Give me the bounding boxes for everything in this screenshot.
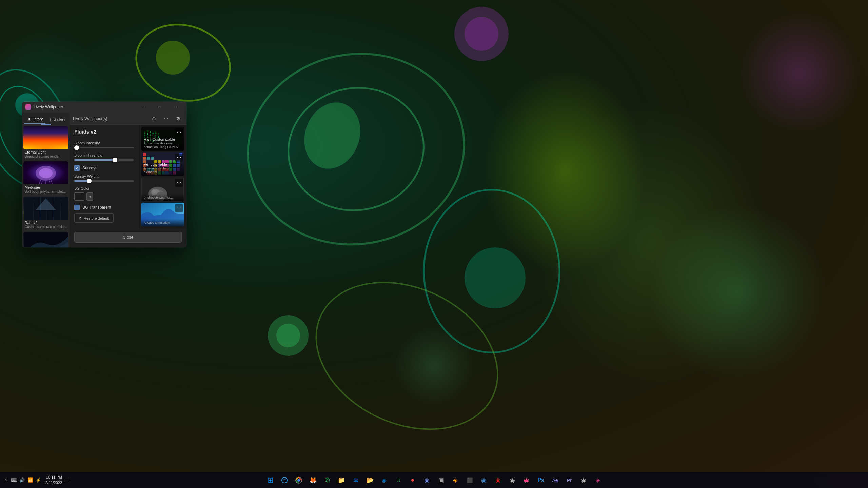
gallery-item-name: Rain Customizable	[144, 137, 182, 141]
vscode-icon[interactable]: ◈	[377, 473, 391, 487]
minimize-button[interactable]: ─	[136, 102, 152, 113]
gallery-item-menu-button[interactable]: ⋯	[175, 154, 183, 162]
restore-default-button[interactable]: ↺ Restore default	[74, 214, 114, 223]
gallery-item-menu-button[interactable]: ⋯	[175, 128, 183, 136]
color-dropdown-button[interactable]: ▾	[86, 192, 93, 201]
mail-icon[interactable]: ✉	[349, 473, 362, 487]
sidebar-item-desc: Soft body jellyfish simulation.	[25, 190, 67, 194]
ae-icon[interactable]: Ae	[548, 473, 562, 487]
terminal-icon[interactable]: ⬛	[463, 473, 476, 487]
sunrays-checkbox[interactable]	[74, 165, 80, 171]
thumb-medusa	[23, 161, 68, 184]
chrome-icon[interactable]	[292, 473, 305, 487]
svg-point-11	[465, 247, 526, 308]
battery-icon[interactable]: ⚡	[35, 477, 41, 483]
gallery-item-rain-customizable[interactable]: 1 0 1 I 0 0 1 Z 1 0 1 T	[141, 127, 184, 151]
svg-point-115	[297, 479, 300, 482]
settings-divider	[74, 136, 84, 136]
sidebar-item-eternal-light[interactable]: Eternal Light Beautiful sunset render.	[23, 126, 68, 160]
gallery-item-periodic[interactable]: Periodic Table A periodic table of eleme…	[141, 152, 184, 176]
close-button[interactable]: Close	[74, 232, 182, 243]
bloom-intensity-slider[interactable]	[74, 147, 134, 148]
sidebar-item-hill[interactable]: The Hill Shader generated hill.	[23, 232, 68, 247]
game-icon-2[interactable]: ▣	[434, 473, 448, 487]
discord-icon[interactable]: ◉	[420, 473, 434, 487]
taskbar-center-icons: ⊞ 🦊 ✆ 📁 ✉ 📂 ◈ ♫ ● ◉ ▣ ◈ ⬛ ◉ ◉ ◉ ◉ Ps Ae …	[263, 473, 605, 487]
app-icon	[25, 104, 31, 110]
chevron-up-icon[interactable]: ^	[3, 477, 9, 483]
add-wallpaper-button[interactable]: ⊕	[149, 114, 159, 123]
svg-line-20	[49, 181, 50, 184]
app-icon-4[interactable]: ◉	[506, 473, 519, 487]
keyboard-icon[interactable]: ⌨	[11, 477, 17, 483]
sidebar-tabs: ⊞ Library ◫ Gallery	[22, 113, 70, 124]
close-window-button[interactable]: ✕	[167, 102, 183, 113]
gallery-item-desc: A periodic table of elements.	[144, 166, 182, 174]
clock-time: 10:11 PM	[45, 475, 62, 480]
thumb-hill	[23, 232, 68, 247]
app-icon-red[interactable]: ◉	[491, 473, 505, 487]
browser-icon[interactable]: ◉	[477, 473, 491, 487]
gallery-item-desc: A wave simulation.	[144, 221, 182, 224]
restore-icon: ↺	[79, 216, 82, 220]
bg-transparent-checkbox[interactable]	[74, 205, 80, 210]
gallery-panel: 1 0 1 I 0 0 1 Z 1 0 1 T	[139, 125, 186, 228]
firefox-icon[interactable]: 🦊	[306, 473, 320, 487]
gallery-item-overlay: A wave simulation.	[141, 219, 184, 226]
main-header-title: Lively Wallpaper(s)	[73, 116, 146, 121]
app-icon-3[interactable]: ◈	[449, 473, 462, 487]
tab-gallery[interactable]: ◫ Gallery	[46, 115, 67, 124]
gallery-item-overlay: Periodic Table A periodic table of eleme…	[141, 160, 184, 176]
premiere-icon[interactable]: Pr	[563, 473, 576, 487]
more-options-button[interactable]: ⋯	[161, 114, 171, 123]
network-icon[interactable]: 📶	[27, 477, 33, 483]
game-icon-1[interactable]: ●	[406, 473, 419, 487]
svg-rect-62	[147, 157, 150, 160]
bg-color-swatch[interactable]	[74, 192, 84, 201]
settings-button[interactable]: ⚙	[174, 114, 183, 123]
gallery-tab-label: Gallery	[54, 117, 65, 121]
thumb-eternal-light	[23, 126, 68, 149]
bg-color-label: BG Color	[74, 186, 134, 190]
sidebar-item-info: Medusae Soft body jellyfish simulation.	[23, 184, 68, 195]
gallery-item-menu-button[interactable]: ⋯	[175, 204, 183, 212]
svg-line-17	[39, 180, 41, 184]
svg-text:1: 1	[144, 131, 145, 134]
whatsapp-icon[interactable]: ✆	[320, 473, 334, 487]
taskbar-clock[interactable]: 10:11 PM 2/11/2022	[45, 475, 62, 485]
main-header: Lively Wallpaper(s) ⊕ ⋯ ⚙	[70, 113, 186, 125]
bg-transparent-row: BG Transparent	[74, 205, 134, 210]
volume-icon[interactable]: 🔊	[19, 477, 25, 483]
gallery-item-wave[interactable]: A wave simulation. ⋯	[141, 203, 184, 227]
folder-icon[interactable]: 📁	[335, 473, 348, 487]
svg-rect-63	[151, 157, 154, 160]
start-button[interactable]: ⊞	[263, 473, 277, 487]
sidebar-item-info: Eternal Light Beautiful sunset render.	[23, 149, 68, 160]
svg-text:1: 1	[155, 131, 156, 134]
sidebar-item-medusae[interactable]: Medusae Soft body jellyfish simulation.	[23, 161, 68, 195]
bloom-threshold-label: Bloom Threshold	[74, 153, 134, 157]
sidebar-list: Eternal Light Beautiful sunset render.	[22, 125, 70, 247]
files-icon[interactable]: 📂	[363, 473, 377, 487]
gallery-item-menu-button[interactable]: ⋯	[175, 179, 183, 187]
sidebar-item-name: Rain v2	[25, 221, 67, 225]
spotify-icon[interactable]: ♫	[392, 473, 405, 487]
window-controls: ─ □ ✕	[136, 102, 183, 113]
tab-library[interactable]: ⊞ Library	[24, 115, 45, 124]
photoshop-icon[interactable]: Ps	[534, 473, 548, 487]
gallery-item-rocks[interactable]: or choose weather... ⋯	[141, 177, 184, 201]
notification-icon[interactable]: □	[63, 477, 70, 483]
settings-panel-title: Fluids v2	[74, 129, 134, 135]
lively-taskbar-icon[interactable]: ◈	[591, 473, 605, 487]
edge-icon[interactable]	[278, 473, 291, 487]
maximize-button[interactable]: □	[152, 102, 167, 113]
sidebar-item-rain[interactable]: Rain v2 Customisable rain particles.	[23, 197, 68, 230]
app-icon-6[interactable]: ◉	[577, 473, 590, 487]
bloom-threshold-slider[interactable]	[74, 159, 134, 161]
sunray-weight-slider[interactable]	[74, 180, 134, 182]
gallery-item-desc: or choose weather...	[144, 196, 182, 199]
sunrays-label: Sunrays	[82, 166, 97, 170]
sunrays-row: Sunrays	[74, 165, 134, 171]
app-icon-5[interactable]: ◉	[520, 473, 533, 487]
taskbar: ⊞ 🦊 ✆ 📁 ✉ 📂 ◈ ♫ ● ◉ ▣ ◈ ⬛ ◉ ◉ ◉ ◉ Ps Ae …	[0, 472, 868, 488]
